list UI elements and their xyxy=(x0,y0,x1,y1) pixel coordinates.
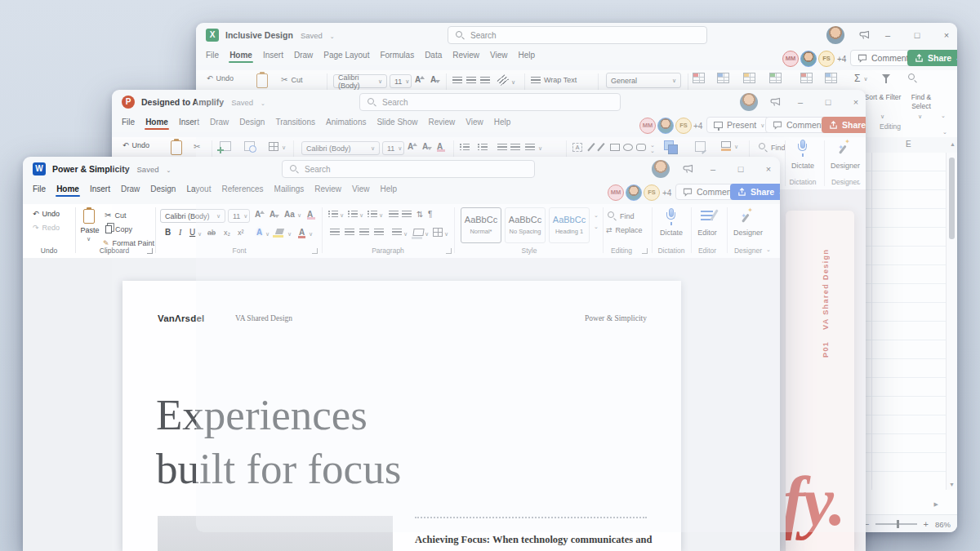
cut-button[interactable]: ✂ Cut xyxy=(281,75,302,84)
tab-draw[interactable]: Draw xyxy=(208,114,230,132)
styles-scroll-up-icon[interactable]: ⌄ xyxy=(594,212,599,218)
borders-icon[interactable] xyxy=(433,228,443,237)
share-button[interactable]: Share ⌄ xyxy=(907,50,957,66)
undo-button[interactable]: ↶ Undo xyxy=(207,74,234,82)
font-color-button[interactable]: A xyxy=(299,228,305,237)
tab-help[interactable]: Help xyxy=(379,181,399,199)
account-avatar[interactable] xyxy=(740,93,758,111)
presence-overflow[interactable]: +4 xyxy=(693,122,702,131)
tab-file[interactable]: File xyxy=(120,114,136,132)
tab-review[interactable]: Review xyxy=(426,114,457,132)
show-paragraph-marks-icon[interactable]: ¶ xyxy=(428,210,432,219)
tab-transitions[interactable]: Transitions xyxy=(274,114,317,132)
rectangle-shape-icon[interactable] xyxy=(610,144,620,151)
zoom-slider[interactable] xyxy=(875,523,916,525)
maximize-button[interactable]: □ xyxy=(816,91,840,113)
increase-indent-icon[interactable] xyxy=(402,211,412,218)
align-left-icon[interactable] xyxy=(330,229,340,236)
presence-avatar-photo[interactable] xyxy=(800,51,817,67)
change-case-button[interactable]: Aa xyxy=(284,210,295,219)
chevron-down-icon[interactable]: ∨ xyxy=(511,79,515,85)
copy-button[interactable]: Copy xyxy=(105,225,132,233)
shrink-font-button[interactable]: A xyxy=(430,75,436,84)
style-no-spacing[interactable]: AaBbCc No Spacing xyxy=(505,207,546,243)
tab-file[interactable]: File xyxy=(204,47,220,65)
justify-icon[interactable] xyxy=(374,229,384,236)
tab-references[interactable]: References xyxy=(220,181,265,199)
present-button[interactable]: Present ∨ xyxy=(706,117,772,133)
shapes-scroll-down-icon[interactable]: ⌄ xyxy=(650,148,655,153)
tab-draw[interactable]: Draw xyxy=(292,47,314,65)
arrow-shape-icon[interactable] xyxy=(597,143,604,151)
format-as-table-icon[interactable] xyxy=(717,73,729,83)
paste-button[interactable] xyxy=(256,73,268,88)
document-page[interactable]: VanΛrsdel VA Shared Design Power & Simpl… xyxy=(122,281,681,551)
ribbon-options-chevron-icon[interactable]: ⌄ xyxy=(941,113,946,118)
presence-overflow[interactable]: +4 xyxy=(837,55,846,64)
number-format-select[interactable]: General∨ xyxy=(606,73,681,88)
chevron-down-icon[interactable]: ∨ xyxy=(379,212,383,218)
zoom-level[interactable]: 86% xyxy=(935,520,951,529)
increase-indent-icon[interactable] xyxy=(510,144,520,151)
paste-button[interactable] xyxy=(171,140,182,155)
tab-page-layout[interactable]: Page Layout xyxy=(322,47,371,65)
collapse-ribbon-icon[interactable]: ⌄ xyxy=(942,129,947,135)
feedback-megaphone-icon[interactable] xyxy=(859,30,871,41)
word-save-status[interactable]: Saved xyxy=(137,165,159,174)
maximize-button[interactable]: □ xyxy=(905,24,929,46)
subscript-button[interactable]: x₂ xyxy=(224,229,230,237)
dialog-launcher-icon[interactable] xyxy=(642,248,648,254)
chevron-down-icon[interactable]: ∨ xyxy=(359,212,363,218)
text-box-icon[interactable]: A xyxy=(572,143,582,152)
line-shape-icon[interactable] xyxy=(587,143,595,151)
column-header-e[interactable]: E xyxy=(906,140,911,149)
dictate-microphone-icon[interactable] xyxy=(666,208,675,224)
delete-cells-icon[interactable] xyxy=(800,73,813,83)
tab-review[interactable]: Review xyxy=(313,181,343,199)
account-avatar[interactable] xyxy=(826,26,844,44)
close-button[interactable]: × xyxy=(844,91,866,113)
chevron-down-icon[interactable]: ∨ xyxy=(880,113,884,119)
chevron-down-icon[interactable]: ∨ xyxy=(287,231,292,237)
tab-home[interactable]: Home xyxy=(55,181,81,199)
tab-animations[interactable]: Animations xyxy=(324,114,368,132)
dictate-button[interactable]: Dictate xyxy=(653,229,689,237)
scroll-down-icon[interactable]: ▼ xyxy=(949,482,955,487)
feedback-megaphone-icon[interactable] xyxy=(683,164,694,175)
new-slide-icon[interactable] xyxy=(220,141,231,151)
presence-avatar-photo[interactable] xyxy=(626,184,642,201)
minimize-button[interactable]: – xyxy=(701,158,725,180)
style-normal[interactable]: AaBbCc Normal* xyxy=(461,207,501,243)
align-center-icon[interactable] xyxy=(345,229,354,236)
vertical-scrollbar[interactable]: ▼ xyxy=(946,153,957,490)
dialog-launcher-icon[interactable] xyxy=(446,248,452,254)
find-button[interactable]: Find xyxy=(608,211,635,220)
font-size-select[interactable]: 11∨ xyxy=(228,209,250,223)
word-search-input[interactable]: Search xyxy=(282,160,535,178)
presence-avatar-mm[interactable]: MM xyxy=(782,51,799,67)
scroll-up-icon[interactable]: ▲ xyxy=(950,141,956,147)
tab-home[interactable]: Home xyxy=(144,114,170,132)
tab-insert[interactable]: Insert xyxy=(261,47,285,65)
presence-avatar-mm[interactable]: MM xyxy=(608,184,624,201)
tab-file[interactable]: File xyxy=(31,181,47,199)
conditional-formatting-icon[interactable] xyxy=(693,73,705,83)
dictate-button[interactable]: Dictate xyxy=(783,162,822,170)
shrink-font-button[interactable]: A xyxy=(422,142,428,151)
grow-font-button[interactable]: A xyxy=(408,142,413,151)
cut-button[interactable]: ✂ xyxy=(194,142,200,151)
shape-fill-icon[interactable] xyxy=(721,141,731,148)
sheet-grid[interactable] xyxy=(865,153,947,490)
autosum-button[interactable]: Σ ∨ xyxy=(854,73,868,84)
multilevel-list-icon[interactable] xyxy=(368,211,377,218)
tab-help[interactable]: Help xyxy=(517,47,537,65)
presence-avatar-photo[interactable] xyxy=(657,118,674,134)
redo-button[interactable]: ↷ Redo xyxy=(33,224,60,232)
decrease-indent-icon[interactable] xyxy=(497,144,507,151)
clear-formatting-button[interactable]: A xyxy=(307,210,313,219)
tab-layout[interactable]: Layout xyxy=(185,181,212,199)
powerpoint-slide[interactable]: P01 VA Shared Design fy. xyxy=(786,211,854,551)
style-heading-1[interactable]: AaBbCc Heading 1 xyxy=(549,207,590,243)
dictate-microphone-icon[interactable] xyxy=(798,140,807,156)
collapse-ribbon-icon[interactable]: ⌄ xyxy=(857,180,862,185)
